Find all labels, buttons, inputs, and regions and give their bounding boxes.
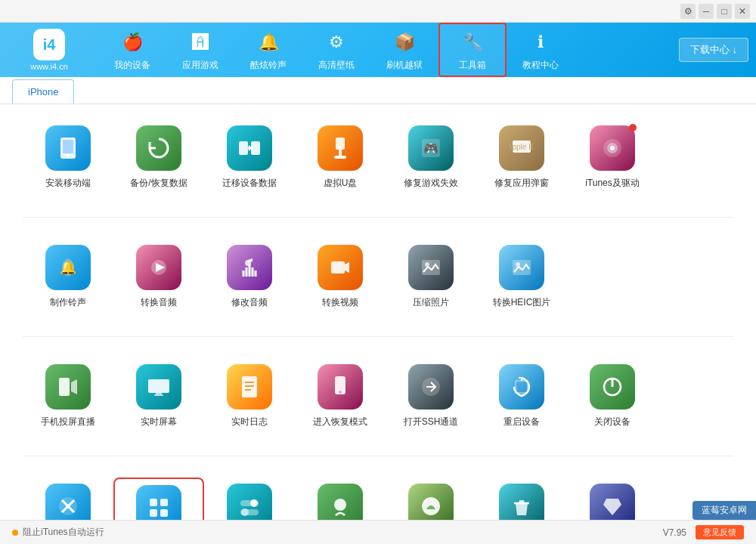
itunes-status: 阻止iTunes自动运行: [23, 526, 104, 539]
tool-deactivate[interactable]: 反激活设备: [567, 478, 658, 520]
row-divider-1: [23, 336, 733, 337]
tab-iphone[interactable]: iPhone: [12, 79, 74, 104]
nav-item-tutorials[interactable]: ℹ 教程中心: [507, 23, 575, 77]
download-button[interactable]: 下载中心 ↓: [679, 38, 748, 62]
svg-text:🔔: 🔔: [60, 259, 77, 276]
statusbar: 阻止iTunes自动运行 V7.95 意见反馈: [0, 520, 756, 544]
tool-fix-popup[interactable]: Apple ID 修复应用弹窗: [476, 119, 567, 196]
tool-label-screen-mirror: 手机投屏直播: [41, 416, 95, 428]
tool-open-ssh[interactable]: 打开SSH通道: [386, 358, 476, 434]
tool-realtime-screen[interactable]: 实时屏幕: [113, 358, 204, 434]
tool-install-app[interactable]: 安装移动端: [23, 119, 113, 196]
feedback-button[interactable]: 意见反馈: [696, 525, 744, 539]
tool-backup-restore[interactable]: 备份/恢复数据: [113, 119, 204, 196]
tool-device-toggle[interactable]: 设备功能开关: [204, 478, 295, 520]
titlebar: ⚙ ─ □ ✕: [0, 0, 756, 23]
minimize-button[interactable]: ─: [699, 4, 714, 19]
row-divider-0: [23, 217, 733, 218]
nav-icon-apps-games: 🅰: [187, 29, 214, 56]
nav-label-jailbreak: 刷机越狱: [386, 59, 423, 72]
tool-icon-open-ssh: [408, 364, 454, 410]
tool-icon-device-toggle: [227, 484, 272, 520]
svg-rect-5: [336, 138, 345, 150]
tool-edit-audio[interactable]: 修改音频: [204, 239, 295, 315]
tool-label-recovery-mode: 进入恢复模式: [313, 416, 367, 428]
svg-rect-19: [331, 261, 345, 274]
tool-icon-wipe-data: [408, 484, 454, 520]
nav-item-my-device[interactable]: 🍎 我的设备: [98, 23, 166, 77]
tool-convert-video[interactable]: 转换视频: [295, 239, 386, 315]
tool-label-convert-heic: 转换HEIC图片: [493, 296, 551, 309]
svg-point-21: [425, 262, 429, 267]
nav-icon-jailbreak: 📦: [391, 29, 418, 56]
tool-icon-clean-junk: [499, 484, 544, 520]
tool-reboot-device[interactable]: 重启设备: [476, 358, 567, 434]
status-indicator: [12, 530, 18, 536]
nav-icon-my-device: 🍎: [119, 29, 146, 56]
svg-rect-1: [63, 140, 73, 153]
tool-grid: 安装移动端 备份/恢复数据 迁移设备数据 虚拟U盘 A🎮: [23, 119, 733, 520]
nav-item-ringtones[interactable]: 🔔 酷炫铃声: [234, 23, 302, 77]
tool-icon-compress-photo: [408, 245, 454, 290]
nav-icon-toolbox: 🔧: [459, 29, 486, 56]
tool-icon-migrate-data: [227, 125, 272, 171]
logo-area: i4 www.i4.cn: [8, 29, 91, 71]
tool-icon-convert-audio: [136, 245, 181, 290]
svg-point-43: [334, 499, 346, 511]
tool-remove-stubborn[interactable]: 删除顽固图标: [295, 478, 386, 520]
tool-icon-realtime-screen: [136, 364, 181, 410]
nav-label-wallpapers: 高清壁纸: [318, 59, 355, 72]
svg-rect-36: [160, 499, 168, 506]
svg-rect-24: [59, 378, 70, 396]
tool-fix-game[interactable]: A🎮 修复游戏失效: [386, 119, 476, 196]
nav-item-jailbreak[interactable]: 📦 刷机越狱: [370, 23, 438, 77]
nav-icon-tutorials: ℹ: [527, 29, 554, 56]
tool-icon-deactivate: [590, 484, 635, 520]
nav-item-wallpapers[interactable]: ⚙ 高清壁纸: [302, 23, 370, 77]
tool-recovery-mode[interactable]: 进入恢复模式: [295, 358, 386, 434]
tool-wipe-data[interactable]: 抹除所有数据: [386, 478, 476, 520]
status-right: V7.95 意见反馈: [663, 525, 744, 539]
svg-rect-25: [148, 379, 169, 393]
nav-icon-wallpapers: ⚙: [323, 29, 350, 56]
tool-virtual-udisk[interactable]: 虚拟U盘: [295, 119, 386, 196]
tool-realtime-log[interactable]: 实时日志: [204, 358, 295, 434]
tool-icon-realtime-log: [227, 364, 272, 410]
settings-button[interactable]: ⚙: [680, 4, 696, 19]
version-label: V7.95: [663, 527, 686, 538]
tool-icon-reboot-device: [499, 364, 544, 410]
main-content: 安装移动端 备份/恢复数据 迁移设备数据 虚拟U盘 A🎮: [0, 104, 756, 520]
tool-label-convert-audio: 转换音频: [141, 296, 177, 309]
tool-icon-fix-game: A🎮: [408, 125, 454, 171]
tool-convert-audio[interactable]: 转换音频: [113, 239, 204, 315]
logo-icon: i4: [33, 29, 65, 60]
tool-icon-shutdown-device: [590, 364, 635, 410]
tool-icon-recovery-mode: [318, 364, 363, 410]
tool-itunes-driver[interactable]: iTunes及驱动: [567, 119, 658, 196]
close-button[interactable]: ✕: [735, 4, 750, 19]
tool-icon-virtual-udisk: [318, 125, 363, 171]
tool-migrate-data[interactable]: 迁移设备数据: [204, 119, 295, 196]
nav-item-apps-games[interactable]: 🅰 应用游戏: [166, 23, 234, 77]
tool-block-ios-update[interactable]: 屏蔽iOS更新: [23, 478, 113, 520]
tool-icon-itunes-driver: [590, 125, 635, 171]
tool-shutdown-device[interactable]: 关闭设备: [567, 358, 658, 434]
svg-text:Apple ID: Apple ID: [510, 143, 534, 151]
tool-clean-junk[interactable]: 清理设备垃圾: [476, 478, 567, 520]
tool-label-reboot-device: 重启设备: [503, 416, 540, 428]
maximize-button[interactable]: □: [717, 4, 732, 19]
watermark: 蓝莓安卓网: [692, 501, 756, 520]
svg-point-15: [610, 146, 615, 150]
tool-compress-photo[interactable]: 压缩照片: [386, 239, 476, 315]
tool-convert-heic[interactable]: 转换HEIC图片: [476, 239, 567, 315]
nav-item-toolbox[interactable]: 🔧 工具箱: [438, 23, 507, 77]
tool-icon-screen-mirror: [45, 364, 91, 410]
tool-make-ringtone[interactable]: 🔔 制作铃声: [23, 239, 113, 315]
tool-screen-mirror[interactable]: 手机投屏直播: [23, 358, 113, 434]
tool-organize-desktop[interactable]: 整理设备桌面: [113, 478, 204, 520]
svg-text:🎮: 🎮: [423, 141, 438, 156]
tool-icon-fix-popup: Apple ID: [499, 125, 544, 171]
row-divider-2: [23, 456, 733, 456]
tool-label-fix-game: 修复游戏失效: [404, 177, 458, 190]
tool-icon-make-ringtone: 🔔: [45, 245, 91, 290]
